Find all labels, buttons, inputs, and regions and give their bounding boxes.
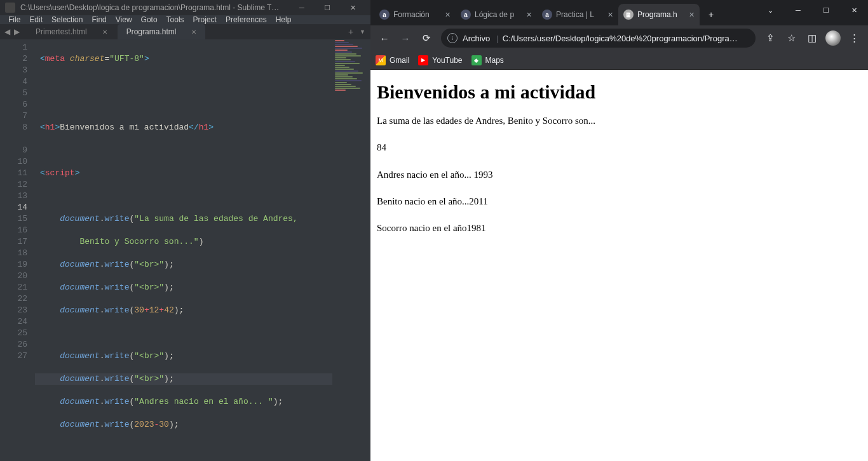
menu-help[interactable]: Help (271, 15, 296, 24)
line-gutter: 1234567891011121314151617181920212223242… (0, 39, 35, 461)
sublime-window-title: C:\Users\user\Desktop\logica de programa… (20, 3, 289, 12)
profile-avatar[interactable] (825, 30, 841, 46)
page-text-line: Benito nacio en el año...2011 (377, 195, 862, 208)
editor-tab-label: Programa.html (126, 27, 177, 36)
editor-tab-programa[interactable]: Programa.html ✕ (118, 24, 206, 39)
favicon-icon: a (461, 10, 471, 20)
forward-button[interactable]: → (395, 28, 416, 48)
browser-tab-label: Formación (393, 10, 442, 19)
bookmark-star-icon[interactable]: ☆ (781, 28, 801, 48)
tab-close-icon[interactable]: ✕ (191, 29, 196, 36)
favicon-icon: a (379, 10, 390, 20)
menu-project[interactable]: Project (189, 15, 221, 24)
minimap[interactable] (332, 39, 370, 461)
side-panel-icon[interactable]: ◫ (802, 28, 822, 48)
url-protocol: Archivo (463, 34, 490, 43)
bookmark-label: Maps (485, 56, 504, 65)
tab-dropdown-icon[interactable]: ▼ (357, 29, 368, 35)
menu-edit[interactable]: Edit (25, 15, 47, 24)
youtube-icon: ▶ (418, 55, 428, 65)
tab-close-icon[interactable]: ✕ (526, 11, 532, 19)
page-text-line: 84 (377, 141, 862, 154)
bookmark-youtube[interactable]: ▶YouTube (418, 55, 462, 65)
editor-tab-primertest[interactable]: Primertest.html ✕ (27, 24, 116, 39)
new-tab-button[interactable]: + (344, 27, 357, 37)
maximize-button[interactable]: ☐ (812, 1, 840, 20)
close-button[interactable]: ✕ (840, 1, 868, 20)
chrome-titlebar[interactable]: a Formación ✕ a Lógica de p ✕ a Practica… (370, 0, 868, 25)
browser-tab-label: Practica | L (556, 10, 605, 19)
tab-search-icon[interactable]: ⌄ (756, 1, 784, 20)
browser-tab-label: Programa.h (637, 10, 686, 19)
menu-view[interactable]: View (111, 15, 137, 24)
url-separator: | (496, 34, 498, 43)
favicon-icon: a (542, 10, 552, 20)
maximize-button[interactable]: ☐ (315, 0, 340, 15)
chrome-tab-strip: a Formación ✕ a Lógica de p ✕ a Practica… (370, 0, 756, 25)
share-icon[interactable]: ⇪ (760, 28, 780, 48)
file-favicon-icon: 🗎 (623, 10, 634, 20)
sublime-menubar: File Edit Selection Find View Goto Tools… (0, 15, 370, 24)
url-path: C:/Users/user/Desktop/logica%20de%20prog… (503, 34, 749, 43)
minimize-button[interactable]: ─ (289, 0, 315, 15)
menu-preferences[interactable]: Preferences (221, 15, 271, 24)
page-text-line: Andres nacio en el año... 1993 (377, 168, 862, 181)
back-button[interactable]: ← (374, 28, 395, 48)
browser-tab-formacion[interactable]: a Formación ✕ (374, 4, 456, 25)
browser-tab-practica[interactable]: a Practica | L ✕ (537, 4, 618, 25)
site-info-icon[interactable]: i (447, 33, 458, 43)
address-bar[interactable]: i Archivo | C:/Users/user/Desktop/logica… (441, 29, 756, 48)
sublime-app-icon (5, 3, 15, 13)
minimize-button[interactable]: ─ (784, 1, 812, 20)
gmail-icon: M (376, 55, 386, 65)
menu-selection[interactable]: Selection (47, 15, 87, 24)
bookmark-maps[interactable]: ◆Maps (471, 55, 504, 65)
menu-file[interactable]: File (4, 15, 25, 24)
sublime-editor[interactable]: 1234567891011121314151617181920212223242… (0, 39, 370, 461)
bookmark-gmail[interactable]: MGmail (376, 55, 409, 65)
close-button[interactable]: ✕ (340, 0, 365, 15)
reload-button[interactable]: ⟳ (416, 28, 437, 48)
bookmark-label: Gmail (390, 56, 409, 65)
page-text-line: La suma de las edades de Andres, Benito … (377, 114, 862, 127)
tab-close-icon[interactable]: ✕ (689, 11, 695, 19)
maps-icon: ◆ (471, 55, 482, 65)
tab-close-icon[interactable]: ✕ (102, 29, 107, 36)
sublime-window: C:\Users\user\Desktop\logica de programa… (0, 0, 370, 461)
chrome-window: a Formación ✕ a Lógica de p ✕ a Practica… (370, 0, 868, 461)
tab-nav-back-icon[interactable]: ◀ (3, 27, 12, 36)
bookmark-label: YouTube (432, 56, 462, 65)
bookmarks-bar: MGmail ▶YouTube ◆Maps (370, 51, 868, 70)
code-area[interactable]: <meta charset="UFT-8"> <h1>Bienvenidos a… (35, 39, 370, 461)
menu-tools[interactable]: Tools (162, 15, 189, 24)
tab-close-icon[interactable]: ✕ (445, 11, 451, 19)
tab-nav-forward-icon[interactable]: ▶ (12, 27, 22, 36)
tab-close-icon[interactable]: ✕ (607, 11, 613, 19)
sublime-tab-bar: ◀ ▶ Primertest.html ✕ Programa.html ✕ + … (0, 24, 370, 39)
browser-tab-label: Lógica de p (475, 10, 524, 19)
menu-icon[interactable]: ⋮ (844, 28, 864, 48)
sublime-titlebar[interactable]: C:\Users\user\Desktop\logica de programa… (0, 0, 370, 15)
browser-tab-programa[interactable]: 🗎 Programa.h ✕ (618, 4, 700, 25)
editor-tab-label: Primertest.html (36, 27, 87, 36)
page-text-line: Socorro nacio en el año1981 (377, 222, 862, 234)
menu-find[interactable]: Find (87, 15, 111, 24)
page-content: Bienvenidos a mi actividad La suma de la… (370, 70, 868, 461)
new-tab-button[interactable]: + (702, 6, 720, 23)
page-heading: Bienvenidos a mi actividad (377, 81, 862, 103)
menu-goto[interactable]: Goto (137, 15, 162, 24)
chrome-toolbar: ← → ⟳ i Archivo | C:/Users/user/Desktop/… (370, 25, 868, 51)
browser-tab-logica[interactable]: a Lógica de p ✕ (456, 4, 537, 25)
